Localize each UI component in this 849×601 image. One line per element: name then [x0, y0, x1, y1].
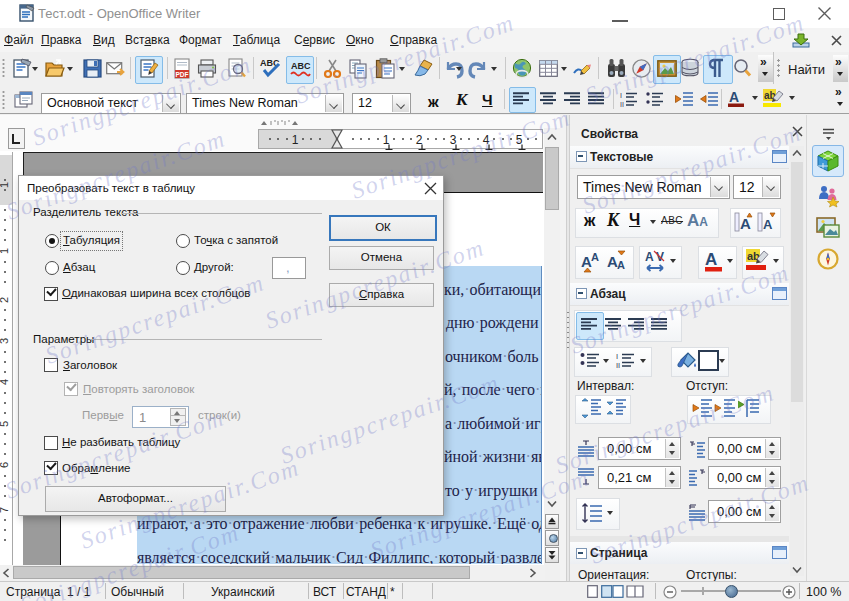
svg-text:3: 3 [0, 338, 10, 344]
svg-text:5: 5 [0, 421, 10, 427]
svg-text:A: A [705, 250, 717, 269]
svg-text:4: 4 [0, 379, 10, 385]
svg-text:1: 1 [0, 248, 10, 254]
svg-text:A: A [729, 89, 739, 105]
svg-text:6: 6 [0, 462, 10, 468]
svg-text:7: 7 [0, 507, 10, 513]
svg-text:PDF: PDF [176, 71, 189, 78]
svg-text:1: 1 [292, 133, 299, 147]
svg-text:A: A [740, 215, 751, 232]
svg-text:A: A [591, 251, 599, 263]
svg-text:I: I [616, 352, 618, 361]
svg-text:II: II [620, 101, 624, 108]
svg-text:ABC: ABC [291, 61, 311, 71]
svg-text:A: A [645, 250, 654, 264]
svg-text:A: A [763, 217, 773, 232]
svg-text:I: I [620, 92, 622, 99]
svg-text:2: 2 [0, 297, 10, 303]
svg-text:A: A [617, 259, 625, 271]
svg-text:1: 1 [0, 182, 10, 188]
svg-text:II: II [616, 361, 620, 370]
